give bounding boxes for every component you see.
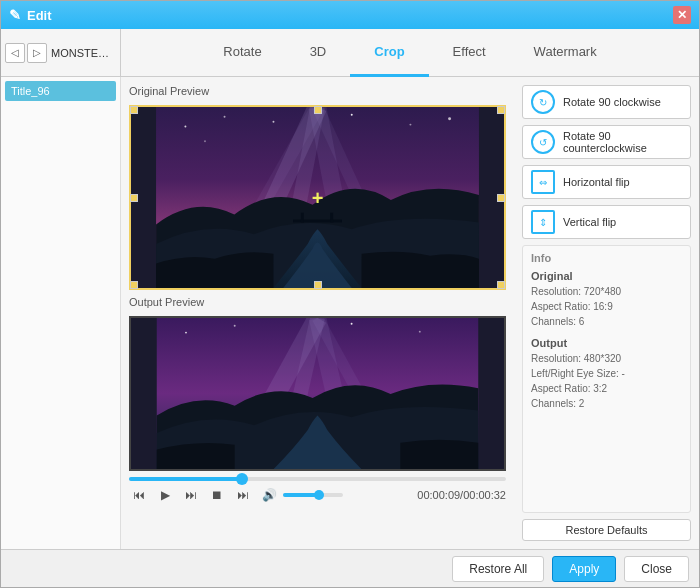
file-name: MONSTERS_U... <box>51 47 116 59</box>
file-controls: ◁ ▷ <box>5 43 47 63</box>
tabs-row: Rotate 3D Crop Effect Watermark <box>121 29 699 76</box>
tab-rotate[interactable]: Rotate <box>199 29 285 77</box>
play-button[interactable]: ▶ <box>155 485 175 505</box>
volume-thumb[interactable] <box>314 490 324 500</box>
window-title: Edit <box>27 8 52 23</box>
svg-point-8 <box>272 121 274 123</box>
output-resolution: Resolution: 480*320 <box>531 351 682 366</box>
svg-point-23 <box>351 323 353 325</box>
original-channels: Channels: 6 <box>531 314 682 329</box>
crop-handle-br[interactable] <box>497 281 505 289</box>
skip-start-button[interactable]: ⏮ <box>129 485 149 505</box>
output-preview-box <box>129 316 506 471</box>
tab-3d[interactable]: 3D <box>286 29 351 77</box>
right-panel: ↻ Rotate 90 clockwise ↺ Rotate 90 counte… <box>514 77 699 549</box>
output-aspect: Aspect Ratio: 3:2 <box>531 381 682 396</box>
rotate-cw-icon: ↻ <box>531 90 555 114</box>
original-aspect: Aspect Ratio: 16:9 <box>531 299 682 314</box>
svg-point-22 <box>234 325 236 327</box>
svg-point-7 <box>224 116 226 118</box>
crop-handle-tr[interactable] <box>497 106 505 114</box>
file-back-button[interactable]: ◁ <box>5 43 25 63</box>
volume-area: 🔊 <box>259 485 343 505</box>
volume-icon: 🔊 <box>259 485 279 505</box>
restore-defaults-button[interactable]: Restore Defaults <box>522 519 691 541</box>
original-preview-label: Original Preview <box>129 85 506 97</box>
controls-row: ⏮ ▶ ⏭ ⏹ ⏭ 🔊 00:00:09/00:00:32 <box>129 485 506 505</box>
progress-thumb[interactable] <box>236 473 248 485</box>
original-info-group: Original Resolution: 720*480 Aspect Rati… <box>531 270 682 329</box>
top-row: ◁ ▷ MONSTERS_U... Rotate 3D Crop Effect <box>1 29 699 77</box>
bottom-bar: Restore All Apply Close <box>1 549 699 587</box>
window-close-button[interactable]: ✕ <box>673 6 691 24</box>
output-info-group: Output Resolution: 480*320 Left/Right Ey… <box>531 337 682 411</box>
hflip-icon: ⇔ <box>531 170 555 194</box>
volume-track[interactable] <box>283 493 343 497</box>
svg-point-24 <box>419 331 421 333</box>
rotate-ccw-button[interactable]: ↺ Rotate 90 counterclockwise <box>522 125 691 159</box>
output-preview-svg <box>131 318 504 469</box>
output-eye-size: Left/Right Eye Size: - <box>531 366 682 381</box>
hflip-button[interactable]: ⇔ Horizontal flip <box>522 165 691 199</box>
main-content: Title_96 Original Preview <box>1 77 699 549</box>
left-panel: Title_96 <box>1 77 121 549</box>
progress-fill <box>129 477 242 481</box>
file-panel: ◁ ▷ MONSTERS_U... <box>1 29 121 76</box>
vflip-button[interactable]: ⇕ Vertical flip <box>522 205 691 239</box>
tab-watermark[interactable]: Watermark <box>510 29 621 77</box>
apply-button[interactable]: Apply <box>552 556 616 582</box>
time-display: 00:00:09/00:00:32 <box>417 489 506 501</box>
skip-end-button[interactable]: ⏭ <box>233 485 253 505</box>
info-title: Info <box>531 252 682 264</box>
crop-handle-bm[interactable] <box>314 281 322 289</box>
original-resolution: Resolution: 720*480 <box>531 284 682 299</box>
edit-window: ✎ Edit ✕ ◁ ▷ MONSTERS_U... Rotate 3D <box>0 0 700 588</box>
crop-handle-tl[interactable] <box>130 106 138 114</box>
center-panel: Original Preview <box>121 77 514 549</box>
progress-track[interactable] <box>129 477 506 481</box>
vflip-icon: ⇕ <box>531 210 555 234</box>
crop-handle-tm[interactable] <box>314 106 322 114</box>
original-preview-box: + <box>129 105 506 290</box>
tab-effect[interactable]: Effect <box>429 29 510 77</box>
progress-bar-container <box>129 477 506 481</box>
file-item[interactable]: Title_96 <box>5 81 116 101</box>
output-channels: Channels: 2 <box>531 396 682 411</box>
svg-rect-14 <box>301 213 304 223</box>
crop-handle-mr[interactable] <box>497 194 505 202</box>
output-preview-label: Output Preview <box>129 296 506 308</box>
info-section: Info Original Resolution: 720*480 Aspect… <box>522 245 691 513</box>
svg-point-9 <box>351 114 353 116</box>
svg-point-6 <box>184 126 186 128</box>
stop-button[interactable]: ⏹ <box>207 485 227 505</box>
crop-handle-bl[interactable] <box>130 281 138 289</box>
fast-forward-button[interactable]: ⏭ <box>181 485 201 505</box>
svg-point-10 <box>409 124 411 126</box>
rotate-ccw-icon: ↺ <box>531 130 555 154</box>
edit-icon: ✎ <box>9 7 21 23</box>
svg-rect-13 <box>293 220 342 223</box>
original-info-label: Original <box>531 270 682 282</box>
svg-point-12 <box>204 140 206 142</box>
restore-all-button[interactable]: Restore All <box>452 556 544 582</box>
original-preview-svg <box>131 107 504 288</box>
playback-controls: ⏮ ▶ ⏭ ⏹ ⏭ 🔊 00:00:09/00:00:32 <box>129 477 506 505</box>
crop-handle-ml[interactable] <box>130 194 138 202</box>
close-button[interactable]: Close <box>624 556 689 582</box>
svg-point-11 <box>448 117 451 120</box>
tab-crop[interactable]: Crop <box>350 29 428 77</box>
rotate-cw-button[interactable]: ↻ Rotate 90 clockwise <box>522 85 691 119</box>
output-info-label: Output <box>531 337 682 349</box>
title-bar: ✎ Edit ✕ <box>1 1 699 29</box>
svg-point-21 <box>185 332 187 334</box>
svg-rect-15 <box>330 213 333 223</box>
file-forward-button[interactable]: ▷ <box>27 43 47 63</box>
content-area: ◁ ▷ MONSTERS_U... Rotate 3D Crop Effect <box>1 29 699 587</box>
